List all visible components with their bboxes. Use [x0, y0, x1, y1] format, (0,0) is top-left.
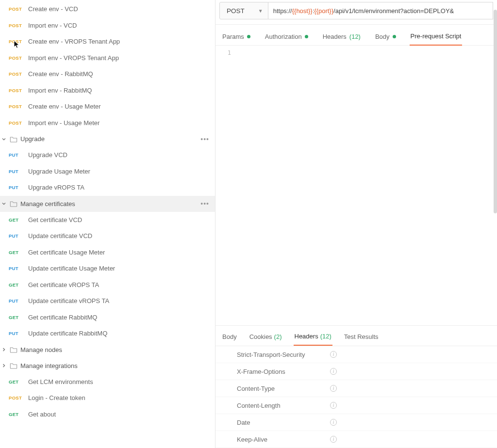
info-icon[interactable]: i: [330, 402, 337, 409]
method-badge: GET: [9, 379, 24, 384]
response-header-row[interactable]: Datei: [215, 414, 497, 431]
header-name: Content-Type: [237, 385, 330, 392]
sidebar-request[interactable]: POSTImport env - Usage Meter: [0, 115, 215, 131]
sidebar-request[interactable]: POSTCreate env - VCD: [0, 1, 215, 17]
http-method-select[interactable]: POST ▼: [219, 2, 268, 19]
folder-icon: [10, 135, 17, 143]
sidebar-request[interactable]: POSTLogin - Create token: [0, 390, 215, 406]
method-badge: GET: [9, 412, 24, 417]
request-tab[interactable]: Pre-request Script: [410, 30, 463, 46]
header-name: Keep-Alive: [237, 436, 330, 443]
response-tab[interactable]: Cookies (2): [248, 330, 283, 346]
info-icon[interactable]: i: [330, 368, 337, 375]
sidebar-request[interactable]: POSTCreate env - Usage Meter: [0, 98, 215, 115]
info-icon[interactable]: i: [330, 436, 337, 443]
header-name: Strict-Transport-Security: [237, 351, 330, 358]
request-label: Get certificate RabbitMQ: [28, 314, 97, 321]
method-badge: PUT: [9, 185, 24, 190]
sidebar-request[interactable]: GETGet certificate vROPS TA: [0, 277, 215, 293]
method-badge: PUT: [9, 266, 24, 271]
sidebar-request[interactable]: GETGet about: [0, 406, 215, 423]
sidebar-request[interactable]: PUTUpgrade vROPS TA: [0, 179, 215, 196]
folder-actions-icon[interactable]: •••: [200, 135, 209, 143]
request-label: Import env - VCD: [28, 22, 77, 29]
response-tab[interactable]: Body: [221, 330, 238, 346]
sidebar-request[interactable]: GETGet certificate VCD: [0, 212, 215, 228]
script-editor[interactable]: 1: [215, 46, 497, 326]
sidebar-request[interactable]: PUTUpdate certificate VCD: [0, 228, 215, 244]
response-tab[interactable]: Headers (12): [294, 330, 332, 346]
tab-label: Authorization: [265, 33, 302, 40]
info-icon[interactable]: i: [330, 385, 337, 392]
request-label: Import env - RabbitMQ: [28, 87, 92, 94]
tab-count: (12): [320, 333, 331, 340]
request-tab[interactable]: Headers (12): [322, 30, 362, 45]
sidebar-request[interactable]: GETGet certificate RabbitMQ: [0, 309, 215, 326]
sidebar-request[interactable]: POSTCreate env - RabbitMQ: [0, 66, 215, 82]
chevron-right-icon: [1, 363, 7, 368]
request-label: Update certificate Usage Meter: [28, 265, 115, 272]
tab-count: (12): [349, 33, 361, 40]
info-icon[interactable]: i: [330, 419, 337, 426]
sidebar-folder[interactable]: Manage certificates•••: [0, 196, 215, 212]
folder-actions-icon[interactable]: •••: [200, 200, 209, 208]
method-badge: PUT: [9, 233, 24, 239]
sidebar-request[interactable]: PUTUpgrade VCD: [0, 147, 215, 163]
request-label: Create env - RabbitMQ: [28, 70, 93, 78]
method-badge: POST: [9, 395, 24, 400]
response-header-row[interactable]: Strict-Transport-Securityi: [215, 346, 497, 363]
folder-icon: [10, 200, 17, 208]
request-label: Get certificate Usage Meter: [28, 249, 105, 256]
method-badge: POST: [9, 6, 24, 12]
response-header-row[interactable]: Keep-Alivei: [215, 431, 497, 448]
sidebar-request[interactable]: POSTCreate env - VROPS Tenant App: [0, 33, 215, 50]
sidebar-request[interactable]: POSTImport env - VROPS Tenant App: [0, 50, 215, 66]
request-tab[interactable]: Body: [374, 30, 397, 45]
method-badge: POST: [9, 88, 24, 93]
sidebar-folder[interactable]: Manage nodes: [0, 342, 215, 358]
response-header-row[interactable]: Content-Typei: [215, 380, 497, 397]
method-badge: POST: [9, 71, 24, 77]
folder-label: Manage certificates: [20, 200, 75, 208]
tab-count: (2): [274, 333, 282, 340]
request-tab[interactable]: Authorization: [264, 30, 309, 45]
tab-label: Params: [222, 33, 244, 40]
sidebar-folder[interactable]: Manage integrations: [0, 358, 215, 374]
sidebar-folder[interactable]: Upgrade•••: [0, 131, 215, 147]
sidebar-request[interactable]: PUTUpdate certificate RabbitMQ: [0, 325, 215, 342]
request-label: Upgrade VCD: [28, 151, 67, 159]
sidebar-request[interactable]: GETGet LCM environments: [0, 374, 215, 390]
main-panel: POST ▼ https://{{host}}:{{port}}/api/v1/…: [215, 0, 497, 448]
method-badge: POST: [9, 120, 24, 126]
folder-icon: [10, 346, 17, 353]
chevron-right-icon: [1, 347, 7, 352]
sidebar-request[interactable]: POSTImport env - VCD: [0, 17, 215, 34]
request-label: Get certificate VCD: [28, 216, 82, 224]
request-label: Get about: [28, 411, 56, 418]
method-badge: POST: [9, 104, 24, 109]
response-header-row[interactable]: Content-Lengthi: [215, 397, 497, 414]
method-badge: PUT: [9, 331, 24, 336]
tab-label: Headers: [295, 333, 318, 340]
sidebar-request[interactable]: POSTImport env - RabbitMQ: [0, 82, 215, 99]
sidebar-request[interactable]: PUTUpdate certificate vROPS TA: [0, 293, 215, 309]
request-tabs: ParamsAuthorizationHeaders (12)BodyPre-r…: [215, 25, 497, 46]
request-url-input[interactable]: https://{{host}}:{{port}}/api/v1/lcm/env…: [268, 2, 493, 19]
request-label: Create env - Usage Meter: [28, 103, 101, 110]
method-badge: PUT: [9, 152, 24, 158]
request-tab[interactable]: Params: [221, 30, 251, 45]
editor-gutter: 1: [215, 46, 235, 325]
request-label: Import env - Usage Meter: [28, 119, 99, 127]
request-label: Upgrade vROPS TA: [28, 184, 84, 191]
header-name: X-Frame-Options: [237, 368, 330, 375]
sidebar: POSTCreate env - VCDPOSTImport env - VCD…: [0, 0, 215, 448]
method-badge: GET: [9, 217, 24, 223]
info-icon[interactable]: i: [330, 351, 337, 358]
sidebar-request[interactable]: PUTUpgrade Usage Meter: [0, 163, 215, 180]
sidebar-request[interactable]: PUTUpdate certificate Usage Meter: [0, 260, 215, 277]
response-tab[interactable]: Test Results: [343, 330, 380, 346]
sidebar-request[interactable]: GETGet certificate Usage Meter: [0, 244, 215, 261]
response-header-row[interactable]: X-Frame-Optionsi: [215, 363, 497, 380]
tab-label: Cookies: [249, 333, 272, 340]
request-label: Create env - VROPS Tenant App: [28, 38, 120, 45]
